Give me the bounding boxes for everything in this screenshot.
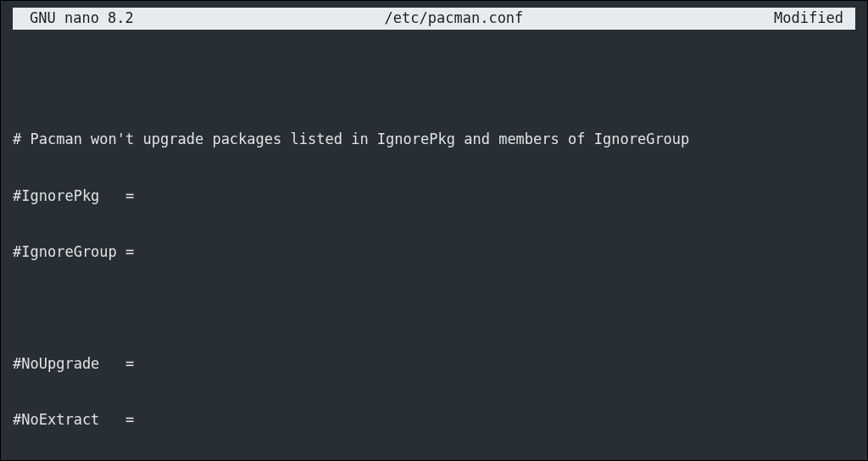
file-line (13, 298, 855, 317)
file-line: #NoExtract = (13, 410, 855, 429)
file-line: #IgnoreGroup = (13, 242, 855, 261)
modified-status: Modified (774, 8, 849, 27)
file-path: /etc/pacman.conf (134, 8, 774, 27)
titlebar: GNU nano 8.2 /etc/pacman.conf Modified (13, 8, 855, 30)
file-line: # Pacman won't upgrade packages listed i… (13, 130, 855, 148)
file-line (13, 74, 855, 92)
app-name: GNU nano 8.2 (19, 8, 134, 27)
editor-area[interactable]: # Pacman won't upgrade packages listed i… (1, 30, 867, 461)
file-line: #IgnorePkg = (13, 186, 855, 205)
file-line: #NoUpgrade = (13, 354, 855, 373)
